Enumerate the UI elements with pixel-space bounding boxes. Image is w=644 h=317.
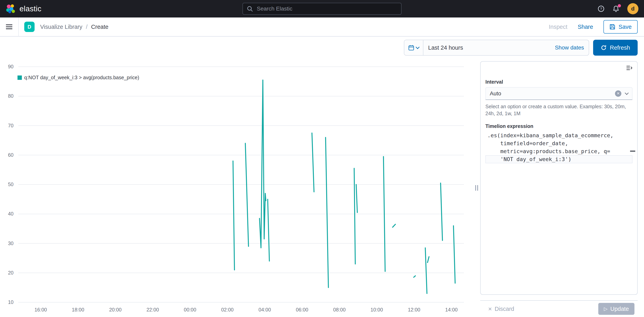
interval-select[interactable]: Auto × bbox=[486, 87, 632, 100]
inspect-button[interactable]: Inspect bbox=[549, 24, 568, 30]
refresh-icon bbox=[601, 45, 607, 51]
svg-text:16:00: 16:00 bbox=[34, 307, 47, 313]
interval-label: Interval bbox=[486, 79, 632, 85]
svg-text:00:00: 00:00 bbox=[184, 307, 196, 313]
code-line-current: 'NOT day_of_week_i:3') bbox=[486, 155, 632, 163]
elastic-logo-icon bbox=[6, 3, 16, 14]
svg-text:08:00: 08:00 bbox=[333, 307, 346, 313]
notification-badge bbox=[618, 4, 621, 7]
main-content: q:NOT day_of_week_i:3 > avg(products.bas… bbox=[0, 59, 644, 317]
svg-text:80: 80 bbox=[8, 93, 14, 99]
play-icon: ▷ bbox=[604, 307, 608, 311]
date-range-display[interactable]: Last 24 hours Show dates bbox=[423, 40, 589, 55]
help-icon[interactable]: ? bbox=[598, 5, 605, 12]
calendar-icon bbox=[408, 45, 414, 51]
chevron-down-icon bbox=[416, 45, 420, 49]
hamburger-icon bbox=[6, 26, 12, 27]
svg-text:30: 30 bbox=[8, 241, 14, 246]
expression-editor[interactable]: .es(index=kibana_sample_data_ecommerce, … bbox=[486, 131, 632, 163]
svg-text:60: 60 bbox=[8, 152, 14, 158]
show-dates-button[interactable]: Show dates bbox=[555, 44, 584, 51]
svg-text:14:00: 14:00 bbox=[445, 307, 458, 313]
save-button[interactable]: Save bbox=[604, 20, 638, 33]
save-icon bbox=[610, 24, 616, 30]
svg-text:?: ? bbox=[600, 7, 602, 11]
svg-text:20: 20 bbox=[8, 270, 14, 276]
svg-text:22:00: 22:00 bbox=[146, 307, 159, 313]
global-header: elastic ? d bbox=[0, 0, 644, 17]
interval-help-text: Select an option or create a custom valu… bbox=[486, 103, 632, 117]
breadcrumb-create: Create bbox=[91, 24, 108, 30]
interval-value: Auto bbox=[490, 90, 611, 97]
discard-label: Discard bbox=[495, 306, 514, 312]
time-picker-bar: Last 24 hours Show dates Refresh bbox=[0, 36, 644, 59]
svg-text:06:00: 06:00 bbox=[296, 307, 308, 313]
app-navbar: D Visualize Library / Create Inspect Sha… bbox=[0, 17, 644, 36]
chart-legend[interactable]: q:NOT day_of_week_i:3 > avg(products.bas… bbox=[18, 75, 139, 80]
svg-text:12:00: 12:00 bbox=[408, 307, 420, 313]
resizer-grip-icon bbox=[475, 185, 478, 191]
search-input[interactable] bbox=[256, 5, 397, 12]
discard-button[interactable]: × Discard bbox=[486, 305, 516, 313]
user-avatar[interactable]: d bbox=[627, 3, 638, 14]
header-actions: ? d bbox=[598, 3, 638, 14]
panel-resizer[interactable] bbox=[473, 59, 480, 317]
breadcrumb: Visualize Library / Create bbox=[40, 24, 108, 30]
update-button[interactable]: ▷ Update bbox=[598, 303, 634, 315]
brand-name: elastic bbox=[20, 4, 42, 13]
elastic-logo[interactable]: elastic bbox=[6, 3, 42, 14]
notifications-icon[interactable] bbox=[612, 5, 619, 12]
save-label: Save bbox=[618, 24, 632, 30]
svg-text:02:00: 02:00 bbox=[221, 307, 234, 313]
svg-text:18:00: 18:00 bbox=[72, 307, 84, 313]
legend-label: q:NOT day_of_week_i:3 > avg(products.bas… bbox=[24, 75, 139, 80]
refresh-label: Refresh bbox=[610, 44, 630, 51]
date-picker: Last 24 hours Show dates bbox=[404, 40, 589, 56]
space-badge[interactable]: D bbox=[24, 22, 34, 32]
discard-x-icon: × bbox=[488, 306, 492, 312]
svg-text:70: 70 bbox=[8, 123, 14, 128]
date-quick-select-button[interactable] bbox=[404, 40, 423, 55]
timelion-editor-panel: Interval Auto × Select an option or crea… bbox=[480, 61, 638, 295]
svg-text:90: 90 bbox=[8, 64, 14, 69]
refresh-button[interactable]: Refresh bbox=[593, 40, 638, 56]
code-line: .es(index=kibana_sample_data_ecommerce, bbox=[486, 131, 632, 139]
code-line: metric=avg:products.base_price, q= bbox=[486, 147, 632, 155]
update-label: Update bbox=[610, 306, 629, 312]
global-search[interactable] bbox=[242, 3, 402, 15]
menu-button[interactable] bbox=[0, 17, 19, 36]
timelion-editor-sidebar: Interval Auto × Select an option or crea… bbox=[480, 59, 641, 317]
svg-text:20:00: 20:00 bbox=[109, 307, 122, 313]
editor-scrollbar-mark[interactable] bbox=[630, 151, 635, 152]
chevron-down-icon bbox=[625, 91, 629, 95]
timelion-chart[interactable]: 10203040506070809016:0018:0020:0022:0000… bbox=[0, 59, 473, 317]
legend-swatch bbox=[18, 75, 22, 80]
clear-interval-icon[interactable]: × bbox=[615, 90, 621, 97]
svg-text:10: 10 bbox=[8, 299, 14, 305]
expression-label: Timelion expression bbox=[486, 123, 632, 129]
editor-toolbar bbox=[486, 65, 632, 73]
collapse-editor-button[interactable] bbox=[626, 65, 632, 73]
search-icon bbox=[247, 6, 253, 12]
svg-text:10:00: 10:00 bbox=[370, 307, 383, 313]
share-button[interactable]: Share bbox=[578, 24, 593, 30]
editor-footer: × Discard ▷ Update bbox=[480, 300, 638, 317]
svg-text:50: 50 bbox=[8, 182, 14, 187]
date-range-label: Last 24 hours bbox=[428, 44, 463, 51]
svg-text:40: 40 bbox=[8, 211, 14, 217]
chart-area: q:NOT day_of_week_i:3 > avg(products.bas… bbox=[0, 59, 473, 317]
kibana-app: elastic ? d bbox=[0, 0, 644, 317]
breadcrumb-visualize-library[interactable]: Visualize Library bbox=[40, 24, 82, 30]
breadcrumb-separator: / bbox=[86, 24, 88, 30]
navbar-actions: Inspect Share Save bbox=[549, 20, 644, 33]
svg-text:04:00: 04:00 bbox=[258, 307, 271, 313]
code-line: timefield=order_date, bbox=[486, 139, 632, 147]
menu-right-icon bbox=[626, 65, 632, 71]
